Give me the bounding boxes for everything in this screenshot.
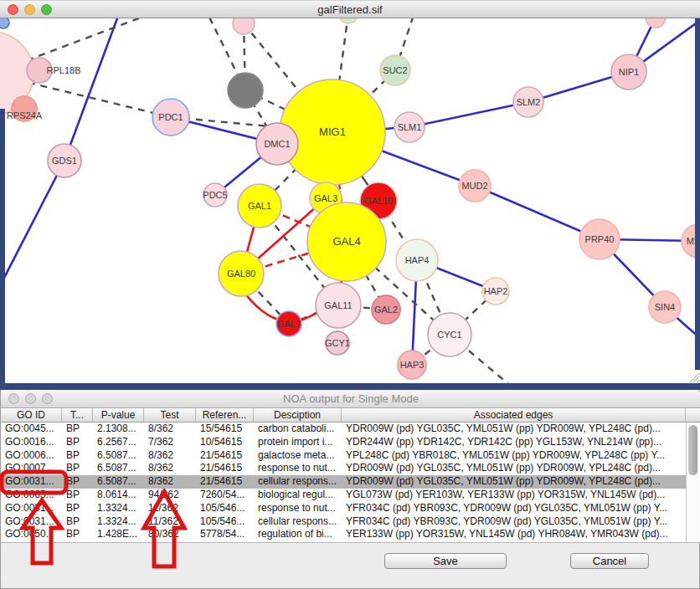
table-cell: GO:0031... — [1, 515, 62, 529]
node-label-GAL7: GAL7 — [277, 319, 301, 329]
table-cell: response to nut... — [254, 502, 342, 515]
table-row[interactable]: GO:0050...BP1.428E...80/3625778/54...reg… — [1, 528, 686, 541]
table-row[interactable]: GO:0006...BP6.5087...8/36221/54615galact… — [1, 449, 686, 463]
table-cell: 105/546... — [196, 502, 254, 515]
table-cell: 8.0614... — [93, 489, 144, 502]
table-cell: BP — [62, 528, 93, 541]
node-gray[interactable] — [228, 73, 263, 108]
node-label-GAL3: GAL3 — [314, 193, 337, 203]
table-cell: 8/362 — [144, 475, 196, 489]
node-label-MUD2: MUD2 — [461, 181, 487, 191]
node-pinktop[interactable] — [233, 18, 255, 34]
node-label-PDC1: PDC1 — [158, 112, 183, 122]
column-header-referen-[interactable]: Referen... — [196, 408, 254, 422]
table-cell: 21/54615 — [196, 475, 254, 489]
node-label-DMC1: DMC1 — [264, 139, 290, 149]
node-label-GAL4: GAL4 — [332, 235, 360, 248]
node-label-MIG1: MIG1 — [319, 125, 346, 138]
network-canvas[interactable]: RPL18BRPS24AGDS1PDC1MIG1SUC2SLM1SLM2NIP1… — [0, 18, 700, 383]
node-label-GAL10: GAL10 — [364, 196, 393, 206]
table-cell: YER133W (pp) YOR315W, YNL145W (pd) YHR08… — [342, 528, 686, 541]
view-frame-right — [695, 18, 700, 370]
table-cell: GO:0016... — [1, 436, 62, 449]
table-cell: regulation of bi... — [254, 528, 342, 541]
table-row[interactable]: GO:0031...BP1.3324...11/362105/546...res… — [1, 502, 686, 515]
table-cell: GO:0007... — [1, 462, 62, 475]
table-cell: 8/362 — [144, 449, 196, 463]
column-header-t-[interactable]: T... — [62, 408, 93, 422]
noa-window-titlebar: NOA output for Single Mode — [1, 390, 700, 408]
table-cell: 10/54615 — [196, 436, 254, 449]
node-label-PDC5: PDC5 — [203, 190, 227, 200]
table-cell: response to nut... — [254, 462, 342, 475]
table-row[interactable]: GO:0031...BP1.3324...11/362105/546...cel… — [1, 515, 686, 529]
table-cell: 8/362 — [144, 462, 196, 475]
noa-window-title: NOA output for Single Mode — [1, 390, 700, 407]
table-cell: galactose meta... — [254, 449, 342, 463]
table-cell: YDR244W (pp) YDR142C, YDR142C (pp) YGL15… — [342, 436, 686, 449]
table-cell: GO:0065... — [1, 489, 62, 502]
column-header-go-id[interactable]: GO ID — [1, 408, 62, 422]
table-row[interactable]: GO:0045...BP2.1308...8/36215/54615carbon… — [1, 423, 686, 436]
column-header-p-value[interactable]: P-value — [93, 408, 144, 422]
table-cell: BP — [62, 436, 93, 449]
table-cell: GO:0006... — [1, 449, 62, 463]
node-pinktopright[interactable] — [646, 18, 666, 28]
node-label-SIN4: SIN4 — [655, 302, 675, 312]
node-label-GDS1: GDS1 — [52, 156, 77, 166]
edge-blue[interactable] — [409, 102, 528, 127]
table-cell: 21/54615 — [196, 449, 254, 463]
table-cell: 5778/54... — [196, 528, 254, 541]
column-header-test[interactable]: Test — [144, 408, 196, 422]
table-cell: GO:0031... — [1, 502, 62, 515]
node-label-SUC2: SUC2 — [383, 65, 407, 75]
table-cell: 11/362 — [144, 515, 196, 529]
table-cell: 1.3324... — [93, 502, 144, 515]
column-header-associated-edges[interactable]: Associated edges — [342, 408, 686, 422]
table-cell: carbon cataboli... — [254, 423, 342, 436]
resize-grip-icon[interactable] — [688, 373, 700, 383]
node-greentop[interactable] — [338, 18, 358, 23]
save-button[interactable]: Save — [384, 553, 507, 569]
table-cell: 6.2567... — [93, 436, 144, 449]
cancel-button[interactable]: Cancel — [570, 553, 649, 569]
table-cell: YFR034C (pd) YBR093C, YDR009W (pd) YGL03… — [342, 502, 686, 515]
node-cornerdot[interactable] — [0, 18, 9, 28]
table-row[interactable]: GO:0031...BP6.5087...8/36221/54615cellul… — [1, 475, 686, 489]
table-cell: 6.5087... — [93, 475, 144, 489]
graph-window-title: galFiltered.sif — [0, 1, 700, 19]
node-label-HAP4: HAP4 — [405, 255, 430, 265]
table-cell: BP — [62, 515, 93, 529]
table-row[interactable]: GO:0016...BP6.2567...7/36210/54615protei… — [1, 436, 686, 449]
table-cell: 6.5087... — [93, 449, 144, 463]
table-cell: BP — [62, 423, 93, 436]
table-cell: 7260/54... — [196, 489, 254, 502]
table-cell: YDR009W (pd) YGL035C, YML051W (pp) YDR00… — [342, 462, 686, 475]
table-cell: 7/362 — [144, 436, 196, 449]
node-label-CYC1: CYC1 — [437, 330, 461, 340]
table-cell: 8/362 — [144, 423, 196, 436]
table-cell: 6.5087... — [93, 462, 144, 475]
table-cell: GO:0050... — [1, 528, 62, 541]
view-frame-left — [0, 109, 5, 383]
node-label-RPL18B: RPL18B — [47, 65, 81, 75]
node-label-GCY1: GCY1 — [325, 338, 350, 348]
table-row[interactable]: GO:0007...BP6.5087...8/36221/54615respon… — [1, 462, 686, 475]
table-cell: 80/362 — [144, 528, 196, 541]
edge-blue[interactable] — [0, 161, 64, 305]
node-label-SLM2: SLM2 — [517, 97, 541, 107]
table-row[interactable]: GO:0065...BP8.0614...94/3627260/54...bio… — [1, 489, 686, 502]
table-cell: YPL248C (pd) YBR018C, YML051W (pp) YDR00… — [342, 449, 686, 463]
scrollbar-thumb[interactable] — [688, 425, 697, 475]
table-cell: 105/546... — [196, 515, 254, 529]
view-frame-bottom — [0, 383, 700, 390]
vertical-scrollbar[interactable] — [686, 423, 699, 542]
table-cell: GO:0045... — [1, 423, 62, 436]
table-cell: protein import i... — [254, 436, 342, 449]
table-cell: 2.1308... — [93, 423, 144, 436]
table-cell: biological regul... — [254, 489, 342, 502]
edge-blue[interactable] — [64, 18, 126, 161]
column-header-desciption[interactable]: Desciption — [254, 408, 342, 422]
node-label-RPS24A: RPS24A — [7, 110, 43, 120]
table-cell: BP — [62, 502, 93, 515]
